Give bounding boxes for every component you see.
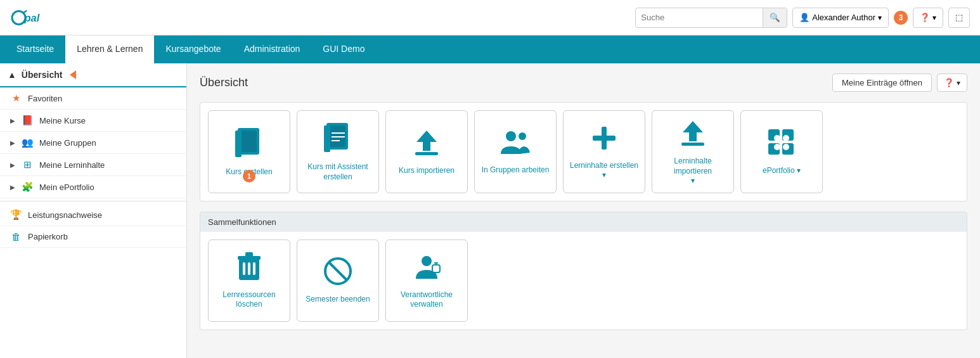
svg-point-15 [519,132,526,140]
svg-rect-17 [593,136,616,141]
svg-text:pal: pal [24,12,40,23]
header-right: 🔍 👤 Alexander Author 3 ❓ ⬚ [635,8,970,28]
svg-point-14 [506,131,516,141]
user-menu-button[interactable]: 👤 Alexander Author [792,8,889,28]
card-gruppen-arbeiten[interactable]: In Gruppen arbeiten [474,110,557,193]
svg-point-26 [774,144,780,150]
sidebar-item-leistungsnachweise[interactable]: 🏆 Leistungsnachweise [0,204,186,226]
card-kurs-erstellen[interactable]: Kurs erstellen 1 [208,110,290,193]
sidebar-header: ▲ Übersicht [0,63,186,87]
main-nav: Startseite Lehren & Lernen Kursangebote … [0,35,980,63]
svg-rect-4 [240,131,257,152]
content-help-button[interactable]: ❓ [937,74,967,92]
sidebar-item-mein-eportfolio[interactable]: ▶ 🧩 Mein ePortfolio [0,176,186,198]
card-verantwortliche-verwalten[interactable]: Verantwortliche verwalten [385,240,468,322]
svg-rect-8 [324,125,330,152]
search-box: 🔍 [635,8,787,28]
card-icon-lerninhalte-importieren [679,118,707,151]
logo: pal [10,6,48,29]
nav-startseite[interactable]: Startseite [5,35,65,63]
content-header: Übersicht Meine Einträge öffnen ❓ [200,74,967,92]
collapse-arrow[interactable]: ▲ [8,70,16,80]
expand-arrow-eportfolio: ▶ [10,184,15,191]
card-label-semester-beenden: Semester beenden [306,295,370,305]
content-area: Übersicht Meine Einträge öffnen ❓ [187,63,980,358]
card-label-lerninhalte-erstellen: Lerninhalte erstellen [570,161,638,171]
card-lernressourcen-loeschen[interactable]: Lernressourcen löschen [208,240,290,322]
card-icon-kurs-assistent [324,122,352,157]
svg-rect-31 [243,262,245,275]
arrow-indicator [70,70,76,79]
card-icon-kurs-importieren [413,128,441,161]
sidebar-label-meine-lerninhalte: Meine Lerninhalte [39,160,105,170]
card-label-verantwortliche-verwalten: Verantwortliche verwalten [391,290,462,310]
sidebar-label-meine-gruppen: Meine Gruppen [39,138,96,148]
trophy-icon: 🏆 [10,209,22,221]
svg-rect-5 [235,131,242,157]
sidebar-item-papierkorb[interactable]: 🗑 Papierkorb [0,226,186,248]
svg-point-24 [774,135,780,141]
open-entries-button[interactable]: Meine Einträge öffnen [832,74,932,92]
sidebar-item-meine-gruppen[interactable]: ▶ 👥 Meine Gruppen [0,132,186,154]
nav-lehren-lernen[interactable]: Lehren & Lernen [65,35,154,63]
help-button[interactable]: ❓ [913,8,943,28]
svg-rect-37 [432,265,440,272]
sidebar-label-meine-kurse: Meine Kurse [39,116,86,125]
search-button[interactable]: 🔍 [763,8,787,28]
puzzle-icon: 🧩 [22,181,33,193]
card-icon-gruppen-arbeiten [500,129,531,160]
card-icon-lerninhalte-erstellen [590,124,618,156]
nav-administration[interactable]: Administration [233,35,312,63]
book-icon: 📕 [22,115,33,126]
svg-rect-33 [253,262,255,275]
card-lerninhalte-erstellen[interactable]: Lerninhalte erstellen ▾ [563,110,645,193]
svg-point-27 [783,144,789,150]
lerninhalte-erstellen-chevron: ▾ [602,170,606,179]
svg-rect-30 [245,252,253,257]
sidebar-divider [0,201,186,201]
logout-button[interactable]: ⬚ [948,8,970,28]
expand-arrow-kurse: ▶ [10,117,15,124]
sidebar-label-favoriten: Favoriten [28,94,62,103]
card-icon-lernressourcen-loeschen [238,252,261,285]
user-dropdown-icon [878,13,882,22]
sidebar-item-favoriten[interactable]: ★ Favoriten [0,87,186,110]
sammelfunktionen-header: Sammelfunktionen [200,212,967,232]
sidebar-item-meine-lerninhalte[interactable]: ▶ ⊞ Meine Lerninhalte [0,154,186,176]
svg-marker-18 [683,121,703,141]
notification-badge[interactable]: 3 [894,11,908,25]
page-title: Übersicht [200,76,248,89]
lerninhalte-importieren-chevron: ▾ [691,176,695,185]
card-label-eportfolio: ePortfolio ▾ [763,166,801,176]
header-actions: Meine Einträge öffnen ❓ [832,74,967,92]
nav-gui-demo[interactable]: GUI Demo [311,35,376,63]
sidebar-title: Übersicht [22,70,63,80]
card-semester-beenden[interactable]: Semester beenden [297,240,379,322]
card-eportfolio[interactable]: ePortfolio ▾ [740,110,823,193]
nav-kursangebote[interactable]: Kursangebote [154,35,232,63]
help-icon: ❓ [920,13,930,22]
sidebar-label-papierkorb: Papierkorb [28,232,68,241]
card-label-kurs-importieren: Kurs importieren [399,166,455,176]
card-icon-kurs-erstellen [235,127,264,162]
sidebar: ▲ Übersicht ★ Favoriten ▶ 📕 Meine Kurse … [0,63,187,358]
card-kurs-importieren[interactable]: Kurs importieren [385,110,468,193]
card-lerninhalte-importieren[interactable]: Lerninhalte importieren ▾ [652,110,734,193]
main-cards-grid: Kurs erstellen 1 Kurs mit Assistent erst… [200,102,967,201]
logout-icon: ⬚ [955,13,963,22]
search-input[interactable] [636,13,763,22]
svg-rect-13 [415,152,438,155]
card-icon-semester-beenden [323,257,352,290]
card-label-lernressourcen-loeschen: Lernressourcen löschen [214,290,285,310]
svg-rect-19 [681,143,704,146]
card-badge-kurs-erstellen: 1 [243,170,255,182]
sidebar-item-meine-kurse[interactable]: ▶ 📕 Meine Kurse [0,110,186,132]
card-label-kurs-assistent: Kurs mit Assistent erstellen [302,162,373,182]
sidebar-label-leistungsnachweise: Leistungsnachweise [28,210,102,220]
svg-marker-12 [416,131,437,151]
card-kurs-assistent[interactable]: Kurs mit Assistent erstellen [297,110,379,193]
card-icon-verantwortliche-verwalten [412,252,441,285]
star-icon: ★ [10,93,22,104]
svg-line-35 [329,262,347,280]
sidebar-label-mein-eportfolio: Mein ePortfolio [39,182,94,192]
